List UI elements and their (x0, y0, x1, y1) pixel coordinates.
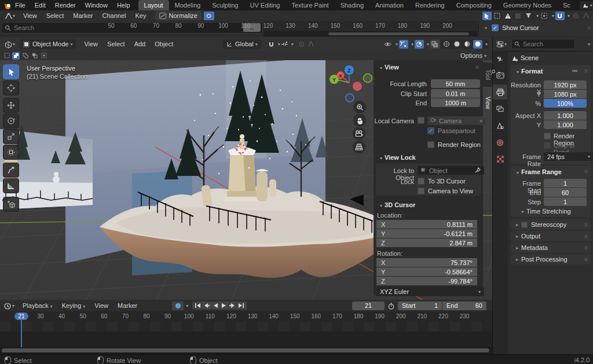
vector-field[interactable]: Y-0.58664° (376, 267, 477, 276)
properties-tab-render[interactable] (493, 68, 507, 83)
menu-item[interactable]: File (10, 2, 30, 9)
zoom-view-button[interactable] (353, 101, 366, 113)
collapsed-panel-header[interactable]: ▸ Output ≡ (511, 231, 591, 241)
panel-grip-icon[interactable]: ≡ (584, 67, 587, 74)
editor-type-timeline-icon[interactable] (4, 303, 10, 309)
menu-item[interactable]: Help (112, 2, 135, 9)
time-stretching-subpanel[interactable]: ▸ Time Stretching (520, 208, 571, 215)
chevron-down-icon[interactable]: ▾ (12, 303, 14, 308)
vector-field[interactable]: X75.737° (376, 258, 477, 267)
frame-rate-dropdown[interactable]: 24 fps ▾ (544, 152, 593, 161)
cursor-panel-header[interactable]: ▾3D Cursor (378, 201, 415, 208)
chevron-down-icon[interactable]: ▾ (536, 13, 539, 19)
frame-step-field[interactable]: 1 (544, 197, 587, 206)
menu-item[interactable]: View (79, 41, 103, 47)
format-presets-icon[interactable]: ≔ (572, 67, 578, 75)
properties-tab-texture[interactable] (493, 152, 507, 167)
falloff-curve-icon[interactable] (306, 40, 316, 49)
box-select-icon[interactable] (493, 12, 502, 20)
chevron-down-icon[interactable]: ▾ (411, 42, 413, 47)
vector-field[interactable]: Z-99.784° (376, 277, 477, 285)
playback-menu[interactable]: Playback▾ (18, 302, 57, 309)
tool-scale[interactable] (3, 129, 19, 144)
menu-item[interactable]: Channel (97, 12, 130, 19)
vector-field[interactable]: X0.8111 m (376, 220, 477, 229)
visibility-icon[interactable] (383, 40, 393, 49)
local-camera-field[interactable]: Camera × (427, 116, 486, 125)
timeline-track-area[interactable] (0, 332, 492, 347)
graph-editor-body[interactable]: Search ↔ 5060708090100110120130140150160… (0, 21, 593, 38)
mode-selector[interactable]: Object Mode ▾ (20, 39, 76, 49)
frame-range-panel-header[interactable]: ▾Frame Range (515, 168, 562, 175)
chevron-down-icon[interactable]: ▾ (291, 42, 294, 47)
view-panel-header[interactable]: ▾View (378, 64, 399, 71)
shading-solid-icon[interactable] (452, 40, 462, 49)
tool-select-box[interactable] (3, 64, 19, 79)
options-dropdown[interactable]: Options ▾ (460, 52, 486, 59)
shading-wireframe-icon[interactable] (442, 40, 451, 49)
menu-item[interactable]: Window (80, 2, 112, 9)
to-3d-cursor-checkbox[interactable] (418, 178, 424, 185)
menu-item[interactable]: Key (130, 12, 151, 19)
transform-orientation[interactable]: Global ▾ (223, 39, 261, 49)
resolution-y-field[interactable]: 1080 px (544, 90, 587, 98)
clip-start-field[interactable]: 0.01 m (431, 89, 480, 98)
current-frame-field[interactable]: 21 (352, 302, 385, 310)
falloff-curve-icon[interactable] (581, 12, 591, 20)
proportional-edit-icon[interactable] (297, 40, 306, 49)
render-region-checkbox[interactable] (544, 133, 551, 139)
chevron-down-icon[interactable]: ▾ (588, 42, 590, 47)
chevron-down-icon[interactable]: ▾ (504, 42, 507, 47)
navigation-gizmo[interactable]: Z Y X (321, 63, 376, 106)
chevron-down-icon[interactable]: ▾ (13, 42, 15, 47)
aspect-y-field[interactable]: 1.000 (544, 120, 587, 129)
shading-rendered-icon[interactable] (473, 40, 482, 49)
select-mode-subtract-icon[interactable] (21, 52, 29, 60)
workspace-tab[interactable]: Animation (369, 0, 409, 10)
menu-item[interactable]: Edit (30, 2, 50, 9)
stereoscopy-checkbox[interactable] (521, 222, 528, 228)
workspace-tab[interactable]: Sc (557, 0, 576, 10)
focal-length-field[interactable]: 50 mm (431, 79, 480, 88)
tool-cursor[interactable] (3, 80, 19, 95)
timeline-summary-track[interactable] (0, 322, 492, 332)
properties-tab-world[interactable] (493, 135, 507, 150)
workspace-tab[interactable]: Rendering (409, 0, 451, 10)
tool-measure[interactable] (3, 178, 19, 193)
overlays-icon[interactable] (415, 40, 424, 49)
workspace-tab[interactable]: Sculpting (206, 0, 244, 10)
collapsed-panel-header[interactable]: ▸ Post Processing ≡ (511, 254, 591, 264)
select-mode-extend-icon[interactable] (12, 52, 20, 60)
chevron-down-icon[interactable]: ▾ (427, 42, 429, 47)
view-menu[interactable]: View (90, 302, 113, 309)
ortho-toggle-button[interactable] (353, 141, 365, 153)
menu-item[interactable]: View (19, 12, 42, 19)
normalize-toggle[interactable]: Normalize (155, 11, 202, 20)
timeline-h-scrollbar[interactable] (2, 348, 489, 352)
graph-ruler[interactable]: 5060708090100110120130140150160170180190… (263, 21, 477, 31)
menu-item[interactable]: Select (103, 41, 130, 47)
select-mode-invert-icon[interactable] (31, 52, 38, 60)
tool-rotate[interactable] (3, 113, 19, 128)
properties-search-input[interactable]: Search (511, 39, 575, 49)
eyedropper-icon[interactable] (475, 167, 481, 174)
chevron-down-icon[interactable]: ▾ (485, 25, 487, 31)
ghost-curves-icon[interactable] (514, 12, 523, 20)
sidebar-tab-view[interactable]: View (483, 88, 492, 118)
filter-icon[interactable] (524, 12, 533, 20)
shading-material-icon[interactable] (463, 40, 472, 49)
select-mode-new-icon[interactable] (3, 52, 10, 60)
aspect-x-field[interactable]: 1.000 (544, 111, 587, 120)
vector-field[interactable]: Z2.847 m (376, 238, 477, 247)
workspace-tab[interactable]: Shading (335, 0, 369, 10)
keying-menu[interactable]: Keying▾ (57, 302, 90, 309)
tool-move[interactable] (3, 98, 19, 113)
workspace-tab[interactable]: Layout (138, 0, 169, 10)
render-region-checkbox[interactable] (427, 141, 434, 148)
workspace-tab[interactable]: Compositing (451, 0, 497, 10)
prev-keyframe-button[interactable] (202, 302, 211, 310)
proportional-edit-icon[interactable] (571, 12, 580, 20)
resolution-x-field[interactable]: 1920 px (544, 80, 587, 89)
vector-field[interactable]: Y-0.6121 m (376, 229, 477, 238)
clip-end-field[interactable]: 1000 m (431, 98, 480, 107)
